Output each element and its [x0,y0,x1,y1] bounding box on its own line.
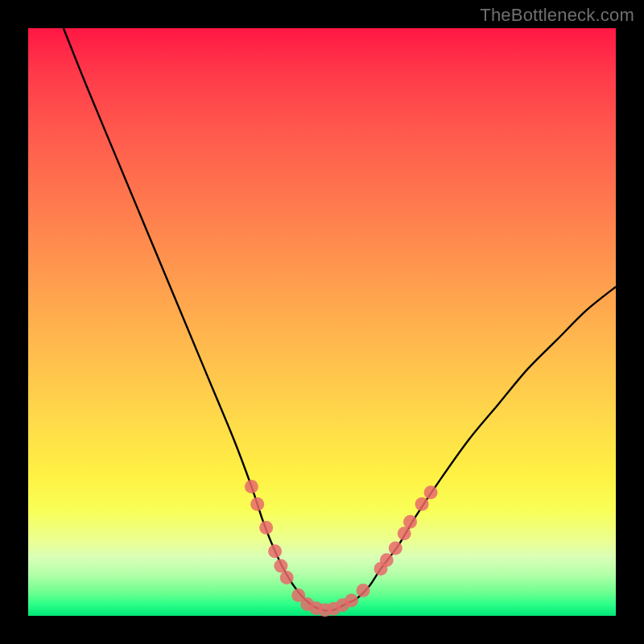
data-marker [245,480,258,493]
chart-frame: TheBottleneck.com [0,0,644,644]
data-marker [274,559,287,572]
plot-area [28,28,616,616]
data-marker [403,515,417,529]
data-marker [345,594,358,608]
marker-group [245,480,438,617]
chart-svg [28,28,616,616]
data-marker [398,526,411,540]
data-marker [259,521,273,535]
data-marker [268,544,282,558]
data-marker [250,497,264,511]
data-marker [280,571,294,584]
data-marker [389,542,402,555]
watermark-text: TheBottleneck.com [480,5,634,26]
data-marker [357,584,370,597]
data-marker [380,553,394,567]
bottleneck-curve [64,28,616,611]
data-marker [424,485,438,499]
data-marker [415,497,429,511]
